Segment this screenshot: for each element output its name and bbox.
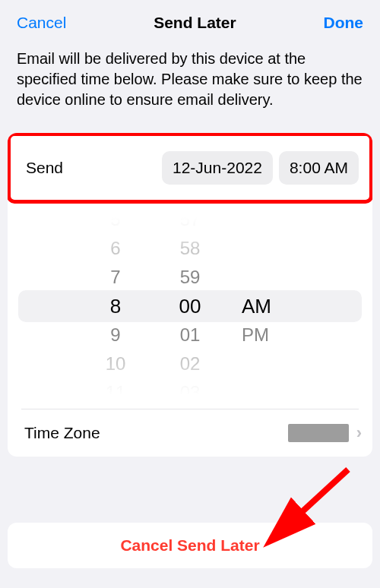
minute-selected: 00 — [179, 292, 201, 321]
time-wheel-picker[interactable]: 5 6 7 8 9 10 11 57 58 59 00 01 02 03 — [8, 204, 372, 409]
modal-title: Send Later — [154, 14, 236, 32]
done-button[interactable]: Done — [324, 14, 364, 32]
schedule-card: Send 12-Jun-2022 8:00 AM 5 6 7 8 9 10 11… — [8, 133, 372, 457]
hour-selected: 8 — [110, 292, 121, 321]
period-wheel[interactable]: AM PM — [242, 205, 287, 407]
cancel-send-later-button[interactable]: Cancel Send Later — [8, 523, 372, 568]
datetime-pills: 12-Jun-2022 8:00 AM — [162, 151, 359, 185]
description-text: Email will be delivered by this device a… — [0, 43, 380, 127]
send-row-highlight: Send 12-Jun-2022 8:00 AM — [8, 133, 372, 204]
date-picker-button[interactable]: 12-Jun-2022 — [162, 151, 273, 185]
chevron-right-icon: › — [356, 423, 362, 443]
send-label: Send — [21, 159, 63, 177]
timezone-value-redacted — [288, 424, 349, 442]
minute-wheel[interactable]: 57 58 59 00 01 02 03 — [167, 205, 213, 407]
timezone-row[interactable]: Time Zone › — [8, 409, 372, 457]
timezone-label: Time Zone — [24, 424, 100, 442]
period-selected: AM — [242, 292, 271, 321]
time-picker-button[interactable]: 8:00 AM — [279, 151, 359, 185]
hour-wheel[interactable]: 5 6 7 8 9 10 11 — [93, 205, 138, 407]
cancel-button[interactable]: Cancel — [17, 14, 66, 32]
modal-header: Cancel Send Later Done — [0, 0, 380, 43]
